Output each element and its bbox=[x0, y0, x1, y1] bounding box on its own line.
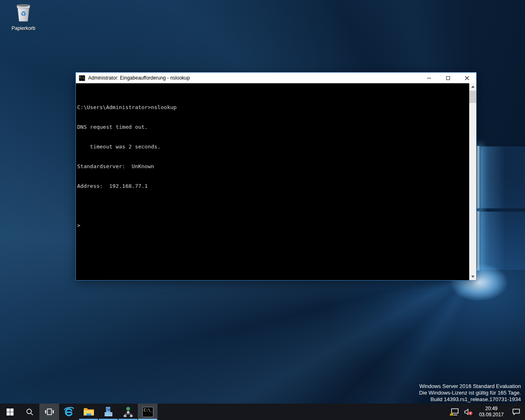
scroll-thumb[interactable] bbox=[469, 91, 476, 103]
network-tree-icon bbox=[123, 406, 133, 417]
search-icon bbox=[26, 408, 34, 416]
console-line: DNS request timed out. bbox=[77, 124, 469, 130]
close-button[interactable] bbox=[457, 73, 476, 83]
file-explorer-button[interactable] bbox=[79, 404, 98, 420]
command-prompt-button[interactable]: C:\_ bbox=[138, 404, 158, 420]
windows-logo-glow-edge-bottom bbox=[476, 211, 480, 270]
svg-text:♻: ♻ bbox=[21, 10, 26, 18]
scroll-up-button[interactable] bbox=[469, 83, 476, 90]
network-status-button[interactable] bbox=[447, 404, 461, 420]
action-center-icon bbox=[512, 409, 520, 415]
minimize-button[interactable] bbox=[420, 73, 438, 83]
windows-logo-glow-edge-top bbox=[476, 146, 480, 208]
console-line bbox=[77, 203, 469, 209]
close-icon bbox=[465, 76, 469, 80]
watermark-line-2: Die Windows-Lizenz ist gültig für 165 Ta… bbox=[419, 390, 521, 396]
recycle-bin-label: Papierkorb bbox=[8, 25, 39, 31]
console-prompt-line: > bbox=[77, 222, 469, 229]
command-prompt-window: C:\_ Administrator: Eingabeaufforderung … bbox=[75, 72, 477, 281]
desktop: ♻ Papierkorb Windows Server 2016 Standar… bbox=[0, 0, 525, 420]
server-manager-button[interactable] bbox=[98, 404, 118, 420]
window-titlebar[interactable]: C:\_ Administrator: Eingabeaufforderung … bbox=[76, 73, 476, 83]
search-button[interactable] bbox=[20, 404, 39, 420]
recycle-bin-icon: ♻ bbox=[14, 2, 33, 23]
scrollbar[interactable] bbox=[469, 83, 476, 280]
windows-logo-pane-bottom bbox=[481, 212, 525, 270]
network-warning-icon bbox=[449, 408, 459, 416]
maximize-icon bbox=[446, 76, 450, 80]
task-view-button[interactable] bbox=[39, 404, 59, 420]
volume-muted-icon bbox=[464, 409, 473, 415]
windows-logo-icon bbox=[7, 409, 14, 415]
clock-time: 20:49 bbox=[485, 406, 498, 412]
maximize-button[interactable] bbox=[438, 73, 457, 83]
console-line: C:\Users\Administrator>nslookup bbox=[77, 104, 469, 111]
console-line: Address: 192.168.77.1 bbox=[77, 183, 469, 189]
cmd-icon: C:\_ bbox=[142, 407, 153, 417]
watermark-line-1: Windows Server 2016 Standard Evaluation bbox=[419, 383, 521, 390]
system-tray: 20:49 03.09.2017 bbox=[447, 404, 525, 420]
folder-icon bbox=[83, 407, 94, 416]
volume-button[interactable] bbox=[461, 404, 475, 420]
console-output[interactable]: C:\Users\Administrator>nslookup DNS requ… bbox=[76, 83, 469, 280]
cmd-icon: C:\_ bbox=[79, 75, 85, 81]
taskbar: C:\_ 20:49 03. bbox=[0, 404, 525, 420]
window-controls bbox=[420, 73, 476, 83]
system-watermark: Windows Server 2016 Standard Evaluation … bbox=[419, 383, 521, 403]
watermark-line-3: Build 14393.rs1_release.170731-1934 bbox=[419, 396, 521, 403]
action-center-button[interactable] bbox=[507, 404, 525, 420]
internet-explorer-icon bbox=[63, 406, 75, 418]
recycle-bin[interactable]: ♻ Papierkorb bbox=[8, 2, 39, 31]
console-line: Standardserver: UnKnown bbox=[77, 163, 469, 170]
start-button[interactable] bbox=[0, 404, 20, 420]
server-manager-icon bbox=[103, 406, 114, 418]
task-view-icon bbox=[45, 409, 54, 415]
window-title: Administrator: Eingabeaufforderung - nsl… bbox=[88, 75, 190, 81]
clock[interactable]: 20:49 03.09.2017 bbox=[475, 404, 507, 420]
windows-logo-pane-top bbox=[481, 146, 525, 208]
clock-date: 03.09.2017 bbox=[479, 412, 504, 418]
console-line: timeout was 2 seconds. bbox=[77, 144, 469, 150]
dns-manager-button[interactable] bbox=[118, 404, 138, 420]
internet-explorer-button[interactable] bbox=[59, 404, 79, 420]
minimize-icon bbox=[427, 78, 431, 78]
scroll-down-button[interactable] bbox=[469, 273, 476, 280]
